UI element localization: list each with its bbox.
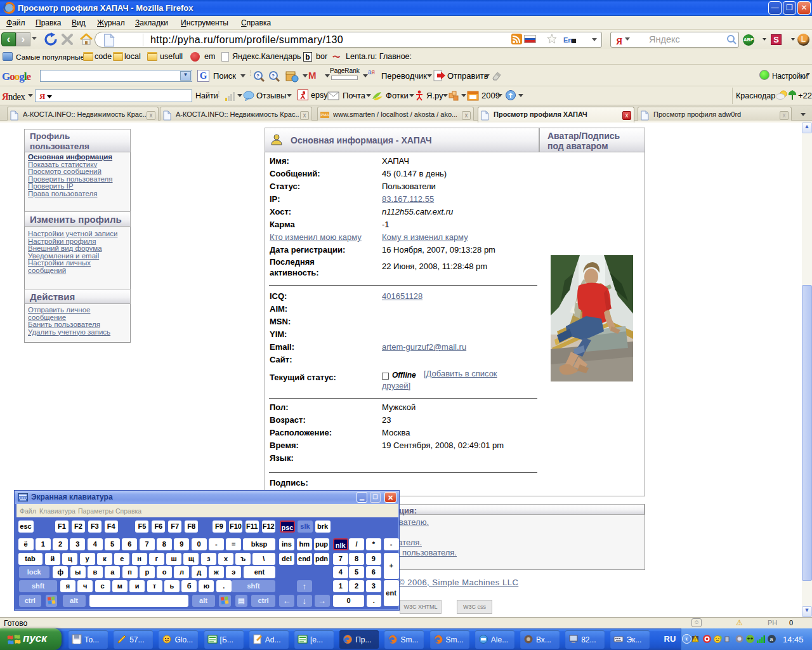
svg-text:?: ?	[256, 73, 259, 79]
svg-text:a: a	[770, 636, 773, 642]
svg-text:?: ?	[272, 73, 275, 79]
svg-text:!: !	[694, 637, 695, 642]
